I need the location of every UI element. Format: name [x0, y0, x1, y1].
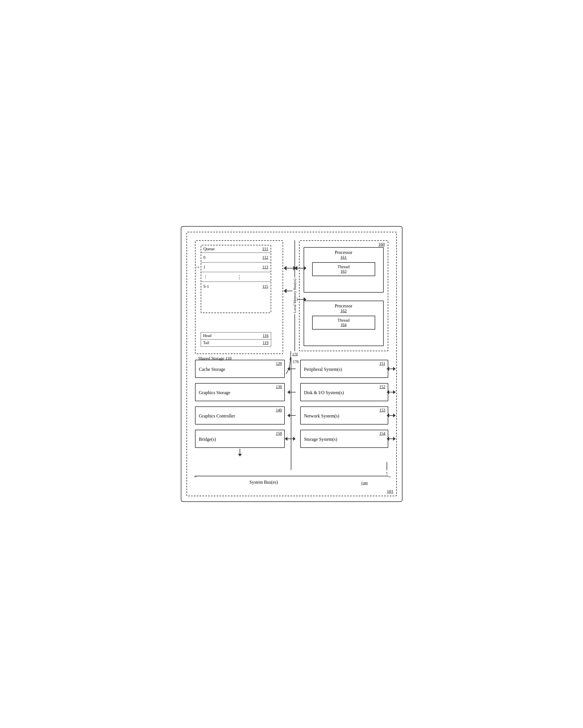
- system-bus-label: System Bus(es): [249, 480, 278, 485]
- outer-container: 101 Queue 111 0 112 → 1 113: [186, 232, 397, 496]
- disk-io-box: 152 Disk & I/O System(s): [300, 383, 388, 401]
- queue-row-1: → 1 113: [201, 262, 271, 272]
- head-row: Head 116: [201, 332, 271, 339]
- bridge-box: 150 Bridge(s): [195, 430, 285, 448]
- system-bus-line: [195, 476, 388, 476]
- row-idx-s1: S-1: [204, 284, 211, 289]
- thread-block-1: Thread 163: [312, 262, 375, 276]
- queue-row-0: 0 112: [201, 253, 271, 262]
- label-160: 160: [378, 242, 385, 247]
- tail-label: Tail: [203, 341, 263, 345]
- thread-1-title: Thread: [314, 264, 373, 269]
- row-ref-0: 112: [262, 255, 268, 260]
- network-label: Network System(s): [304, 414, 384, 419]
- row-ref-1: 113: [262, 265, 268, 269]
- tail-row: Tail 119: [201, 339, 271, 347]
- arrow-gfx-ctrl: [287, 414, 296, 417]
- local-memory-bus-container: Local Memory Bus(es): [291, 240, 299, 351]
- head-label: Head: [203, 334, 263, 338]
- graphics-controller-label: Graphics Controller: [199, 414, 281, 419]
- processors-box: 160 Processor 161 Thread 163: [299, 240, 388, 351]
- row-idx-0: 0: [204, 255, 211, 260]
- right-col: 151 Peripheral System(s) 152 Disk & I/O …: [300, 360, 388, 453]
- peripheral-label: Peripheral System(s): [304, 367, 384, 372]
- bridge-down-arrow: [238, 449, 242, 457]
- row-idx-1: 1: [204, 265, 211, 269]
- head-ref: 116: [263, 334, 268, 338]
- disk-io-label: Disk & I/O System(s): [304, 390, 384, 395]
- label-180: ∫180: [361, 481, 368, 486]
- graphics-controller-box: 140 Graphics Controller: [195, 406, 285, 424]
- storage-system-ref: 154: [379, 432, 386, 436]
- peripheral-system-box: 151 Peripheral System(s): [300, 360, 388, 378]
- queue-box: Queue 111 0 112 → 1 113 ⋮ ⋮: [201, 245, 271, 313]
- peripheral-ref: 151: [379, 361, 386, 366]
- network-system-box: 153 Network System(s): [300, 406, 388, 424]
- queue-label-row: Queue 111: [201, 245, 271, 253]
- storage-system-label: Storage System(s): [304, 437, 384, 442]
- connector-svg: 170: [280, 351, 297, 380]
- thread-2-title: Thread: [314, 318, 373, 323]
- cache-storage-label: Cache Storage: [199, 367, 281, 372]
- local-memory-bus-label: Local Memory Bus(es): [292, 278, 297, 314]
- arrow-bridge: [285, 437, 296, 441]
- processor-block-1: Processor 161 Thread 163: [303, 247, 384, 293]
- graphics-storage-ref: 130: [276, 385, 282, 389]
- processor-2-title: Processor: [307, 304, 381, 309]
- disk-io-ref: 152: [379, 385, 386, 389]
- arrow-into-row: →: [195, 264, 200, 270]
- queue-label: Queue: [204, 246, 215, 251]
- graphics-controller-ref: 140: [276, 408, 282, 413]
- processor-1-title: Processor: [307, 250, 381, 255]
- arrow-peripheral-out: [387, 367, 396, 371]
- thread-2-ref: 164: [314, 323, 373, 327]
- processor-1-ref: 161: [307, 255, 381, 260]
- arrow-diskio-out: [387, 390, 396, 394]
- thread-1-ref: 163: [314, 269, 373, 274]
- shared-storage-box: Queue 111 0 112 → 1 113 ⋮ ⋮: [195, 240, 283, 354]
- row-idx-dots: ⋮: [204, 275, 211, 279]
- storage-system-box: 154 Storage System(s): [300, 430, 388, 448]
- queue-row-dots: ⋮ ⋮: [201, 272, 271, 282]
- cache-storage-box: 120 Cache Storage: [195, 360, 285, 378]
- page: 101 Queue 111 0 112 → 1 113: [181, 226, 402, 502]
- svg-text:170: 170: [292, 352, 298, 356]
- label-101: 101: [387, 489, 393, 494]
- right-col-bus-arrow: ↑: [386, 462, 388, 476]
- bridge-label: Bridge(s): [199, 437, 281, 442]
- network-ref: 153: [379, 408, 386, 413]
- processor-block-2: Processor 162 Thread 164: [303, 301, 384, 346]
- queue-ref: 111: [262, 246, 268, 251]
- queue-row-s1: S-1 115: [201, 282, 271, 291]
- arrow-network-out: [387, 414, 396, 417]
- graphics-storage-box: 130 Graphics Storage: [195, 383, 285, 401]
- bridge-ref: 150: [276, 432, 282, 436]
- tail-ref: 119: [263, 341, 268, 345]
- system-bus-arrow-left: ←: [193, 474, 198, 480]
- head-tail-area: Head 116 Tail 119: [201, 332, 271, 347]
- row-ref-s1: 115: [262, 284, 268, 289]
- arrow-storage-out: [387, 437, 396, 441]
- left-col: 120 Cache Storage 130 Graphics Storage 1…: [195, 360, 285, 453]
- arrow-gfx-storage: [287, 390, 296, 394]
- graphics-storage-label: Graphics Storage: [199, 390, 281, 395]
- processor-2-ref: 162: [307, 309, 381, 313]
- thread-block-2: Thread 164: [312, 316, 375, 330]
